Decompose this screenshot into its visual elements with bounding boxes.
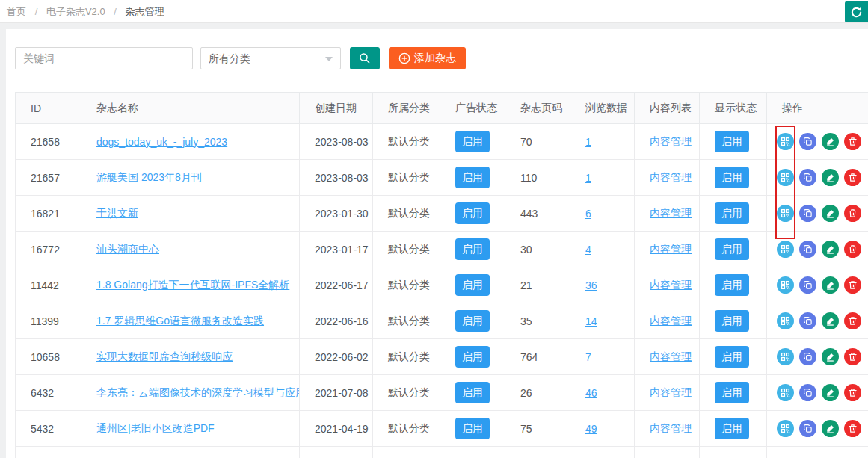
category-select[interactable]: 所有分类 (200, 47, 341, 69)
delete-icon[interactable] (844, 133, 861, 150)
content-manage-link[interactable]: 内容管理 (650, 171, 692, 183)
refresh-button[interactable] (845, 1, 868, 22)
ad-status-button[interactable]: 启用 (455, 382, 490, 403)
magazine-name-link[interactable]: 1.8 Golang打造下一代互联网-IPFS全解析 (96, 279, 289, 291)
display-status-button[interactable]: 启用 (715, 131, 749, 152)
edit-icon[interactable] (822, 348, 839, 365)
display-status-button[interactable]: 启用 (715, 202, 749, 224)
delete-icon[interactable] (844, 348, 861, 365)
copy-icon[interactable] (799, 169, 816, 186)
copy-icon[interactable] (799, 276, 816, 294)
ad-status-button[interactable]: 启用 (455, 310, 490, 332)
views-link[interactable]: 1 (585, 172, 591, 184)
qrcode-icon[interactable] (777, 276, 794, 294)
copy-icon[interactable] (799, 205, 816, 222)
views-link[interactable]: 1 (585, 136, 591, 148)
content-manage-link[interactable]: 内容管理 (650, 386, 692, 398)
ad-status-button[interactable]: 启用 (455, 167, 490, 188)
display-status-button[interactable]: 启用 (715, 238, 749, 260)
qrcode-icon[interactable] (777, 384, 794, 401)
delete-icon[interactable] (844, 420, 861, 437)
magazine-name-link[interactable]: 实现大数据即席查询秒级响应 (96, 350, 233, 362)
qrcode-icon[interactable] (777, 348, 794, 365)
row-date: 2022-06-16 (315, 315, 369, 327)
row-id: 11442 (31, 279, 59, 291)
views-link[interactable]: 4 (585, 244, 591, 256)
breadcrumb-current: 杂志管理 (126, 6, 164, 17)
views-link[interactable]: 14 (585, 315, 597, 327)
display-status-button[interactable]: 启用 (715, 418, 749, 439)
magazine-name-link[interactable]: 游艇美国 2023年8月刊 (96, 171, 202, 183)
delete-icon[interactable] (844, 241, 861, 258)
display-status-button[interactable]: 启用 (715, 346, 749, 368)
content-manage-link[interactable]: 内容管理 (650, 243, 692, 255)
content-manage-link[interactable]: 内容管理 (650, 422, 692, 434)
row-id: 11399 (31, 315, 59, 327)
copy-icon[interactable] (799, 312, 816, 329)
table-row: 11399 1.7 罗辑思维Go语言微服务改造实践 2022-06-16 默认分… (16, 303, 868, 339)
keyword-input[interactable] (15, 47, 193, 69)
breadcrumb-home[interactable]: 首页 (7, 6, 26, 17)
ad-status-button[interactable]: 启用 (455, 418, 490, 439)
qrcode-icon[interactable] (777, 133, 794, 150)
breadcrumb-module[interactable]: 电子杂志V2.0 (46, 6, 105, 17)
views-link[interactable]: 7 (585, 351, 591, 363)
copy-icon[interactable] (799, 384, 816, 401)
display-status-button[interactable]: 启用 (715, 274, 749, 296)
edit-icon[interactable] (822, 169, 839, 186)
ad-status-button[interactable]: 启用 (455, 346, 490, 368)
ad-status-button[interactable]: 启用 (455, 238, 490, 260)
magazine-name-link[interactable]: 汕头潮商中心 (96, 243, 159, 255)
ad-status-button[interactable]: 启用 (455, 202, 490, 224)
column-header: 显示状态 (700, 93, 767, 124)
delete-icon[interactable] (844, 276, 861, 294)
content-manage-link[interactable]: 内容管理 (650, 207, 692, 219)
views-link[interactable]: 49 (585, 423, 597, 435)
magazine-name-link[interactable]: 李东亮：云端图像技术的深度学习模型与应用 (96, 386, 300, 398)
views-link[interactable]: 46 (585, 387, 597, 399)
content-manage-link[interactable]: 内容管理 (650, 135, 692, 147)
qrcode-icon[interactable] (777, 205, 794, 222)
edit-icon[interactable] (822, 312, 839, 329)
copy-icon[interactable] (799, 420, 816, 437)
edit-icon[interactable] (822, 276, 839, 294)
qrcode-icon[interactable] (777, 169, 794, 186)
add-magazine-button[interactable]: 添加杂志 (389, 47, 466, 69)
edit-icon[interactable] (822, 420, 839, 437)
delete-icon[interactable] (844, 384, 861, 401)
content-manage-link[interactable]: 内容管理 (650, 350, 692, 362)
magazine-name-link[interactable]: 1.7 罗辑思维Go语言微服务改造实践 (96, 315, 264, 327)
row-id: 16821 (31, 208, 60, 220)
copy-icon[interactable] (799, 348, 816, 365)
search-button[interactable] (350, 47, 380, 69)
delete-icon[interactable] (844, 312, 861, 329)
magazine-name-link[interactable]: 通州区|老旧小区改造PDF (96, 422, 215, 434)
display-status-button[interactable]: 启用 (715, 310, 749, 332)
qrcode-icon[interactable] (777, 312, 794, 329)
display-status-button[interactable]: 启用 (715, 382, 749, 403)
delete-icon[interactable] (844, 169, 861, 186)
ad-status-button[interactable]: 启用 (455, 131, 490, 152)
edit-icon[interactable] (822, 241, 839, 258)
row-date: 2022-06-17 (315, 279, 369, 291)
delete-icon[interactable] (844, 205, 861, 222)
views-link[interactable]: 6 (585, 208, 591, 220)
row-id: 21658 (31, 136, 60, 148)
column-header: 广告状态 (440, 93, 505, 124)
content-manage-link[interactable]: 内容管理 (650, 279, 692, 291)
edit-icon[interactable] (822, 384, 839, 401)
row-date: 2023-08-03 (315, 136, 369, 148)
content-manage-link[interactable]: 内容管理 (650, 315, 692, 327)
copy-icon[interactable] (799, 241, 816, 258)
display-status-button[interactable]: 启用 (715, 167, 749, 188)
views-link[interactable]: 36 (585, 279, 597, 291)
edit-icon[interactable] (822, 205, 839, 222)
qrcode-icon[interactable] (777, 241, 794, 258)
magazine-name-link[interactable]: dogs_today_uk_-_july_2023 (96, 136, 227, 148)
ad-status-button[interactable]: 启用 (455, 274, 490, 296)
qrcode-icon[interactable] (777, 420, 794, 437)
row-category: 默认分类 (388, 350, 430, 362)
edit-icon[interactable] (822, 133, 839, 150)
copy-icon[interactable] (799, 133, 816, 150)
magazine-name-link[interactable]: 于洪文新 (96, 207, 138, 219)
